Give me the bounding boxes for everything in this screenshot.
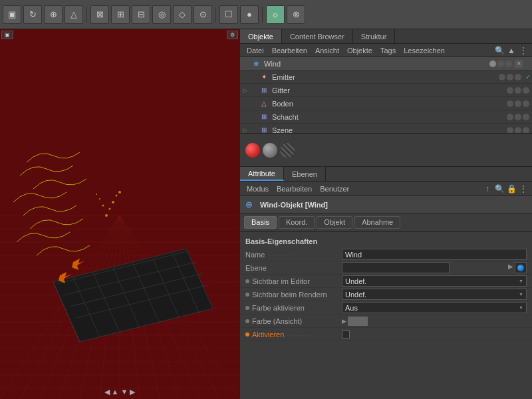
prop-farbe-ansicht-text: Farbe (Ansicht) [252,317,302,325]
dot-2 [497,61,504,67]
object-row-wind[interactable]: ⊕ Wind ✕ [240,57,532,70]
nav-down-btn[interactable]: ▼ [121,388,128,396]
object-row-emitter[interactable]: ✦ Emitter ✓ [240,70,532,84]
toolbar-icon-7[interactable]: ⊟ [132,5,150,24]
toolbar-icon-13[interactable]: ☼ [266,5,285,24]
sub-tab-objekt[interactable]: Objekt [317,216,352,229]
dot-2 [515,127,521,134]
prop-label-ebene: Ebene ............. [245,264,342,272]
nav-left-btn[interactable]: ◀ [104,388,110,396]
toolbar-icon-6[interactable]: ⊞ [111,5,130,24]
material-sphere-red[interactable] [245,143,260,158]
toolbar-icon-11[interactable]: ☐ [219,5,238,24]
dot-1 [507,127,513,134]
material-sphere-checker[interactable] [280,143,295,158]
separator-1 [86,7,87,23]
sub-tab-abnahme[interactable]: Abnahme [354,216,400,229]
toolbar-icon-8[interactable]: ◎ [152,5,171,24]
prop-value-farbe-aktivieren: Aus [342,302,527,313]
toolbar-icon-12[interactable]: ● [240,5,259,24]
dot-sichtbar-editor [245,279,249,283]
viewport-menu-btn[interactable]: ▣ [1,31,13,39]
tab-ebenen[interactable]: Ebenen [284,167,326,181]
attr-lock-icon[interactable]: 🔒 [505,183,517,195]
dot-1 [499,74,505,80]
viewport-3d[interactable]: ↖ ▣ ⚙ ◀ ▲ ▼ ▶ [0,29,239,399]
object-controls-gitter [507,87,529,94]
sub-tab-basis[interactable]: Basis [244,216,277,229]
nav-up-btn[interactable]: ▲ [112,388,119,396]
attr-benutzer[interactable]: Benutzer [316,184,353,194]
prop-dropdown-sichtbar-editor[interactable]: Undef. [342,275,527,287]
prop-label-farbe-aktivieren: Farbe aktivieren [245,304,342,312]
object-name-emitter: Emitter [272,73,499,81]
menu-lesezeichen[interactable]: Lesezeichen [400,46,449,55]
attr-search-icon[interactable]: 🔍 [493,183,505,195]
expand-icon: ▷ [243,87,251,94]
prop-input-name[interactable] [342,249,527,260]
prop-label-sichtbar-editor: Sichtbar im Editor [245,277,342,285]
toolbar-icon-3[interactable]: ⊕ [44,5,63,24]
prop-row-sichtbar-rendern: Sichtbar beim Rendern Undef. [240,288,532,301]
menu-ansicht[interactable]: Ansicht [311,46,343,55]
prop-input-ebene[interactable] [342,262,450,273]
prop-dropdown-farbe-aktivieren[interactable]: Aus [342,302,527,313]
tab-content-browser[interactable]: Content Browser [282,29,353,43]
aktivieren-checkbox[interactable] [342,331,350,338]
emitter-object-icon: ✦ [259,72,269,82]
object-row-schacht[interactable]: ⊞ Schacht [240,110,532,124]
dot-3 [505,61,512,67]
object-close-btn-wind[interactable]: ✕ [515,60,523,68]
object-check-emitter: ✓ [524,73,532,81]
nav-right-btn[interactable]: ▶ [130,388,135,396]
dot-farbe-ansicht [245,319,249,323]
farbe-ansicht-color-swatch[interactable] [348,317,368,326]
dot-3 [523,87,529,94]
toolbar-icon-4[interactable]: △ [65,5,83,24]
dot-1 [489,61,496,67]
object-name-schacht: Schacht [272,113,507,121]
tab-objekte[interactable]: Objekte [240,29,282,43]
dot-aktivieren [245,332,249,336]
attr-modus[interactable]: Modus [243,184,273,194]
sub-tab-bar: Basis Koord. Objekt Abnahme [240,213,532,232]
prop-label-sichtbar-rendern: Sichtbar beim Rendern [245,291,342,299]
object-row-boden[interactable]: △ Boden [240,97,532,110]
ebene-arrow-btn[interactable]: ▶ [508,263,513,270]
wind-header-icon: ⊕ [245,200,256,210]
object-controls-szene [507,127,529,134]
attribute-toolbar: Modus Bearbeiten Benutzer ↑ 🔍 🔒 ⋮ [240,182,532,196]
dot-3 [523,127,529,134]
sub-tab-koord[interactable]: Koord. [279,216,315,229]
attr-arrow-icon[interactable]: ↑ [481,183,493,195]
viewport-settings-btn[interactable]: ⚙ [227,31,238,39]
viewport-grid: ↖ [0,29,239,399]
tab-attribute[interactable]: Attribute [240,167,284,181]
material-sphere-gray[interactable] [263,143,277,158]
toolbar-icon-2[interactable]: ↻ [23,5,42,24]
menu-datei[interactable]: Datei [243,46,268,55]
toolbar-icon-10[interactable]: ⊙ [194,5,212,24]
attr-dots-icon[interactable]: ⋮ [517,183,529,195]
attr-bearbeiten[interactable]: Bearbeiten [273,184,316,194]
ebene-color-btn[interactable] [515,262,527,273]
toolbar-icon-5[interactable]: ⊠ [90,5,109,24]
object-row-szene[interactable]: ▷ ⊞ Szene [240,124,532,134]
menu-objekte[interactable]: Objekte [343,46,376,55]
object-controls-boden [507,100,529,107]
toolbar-icon-9[interactable]: ◇ [173,5,192,24]
wind-object-icon: ⊕ [251,59,261,69]
toolbar-icon-14[interactable]: ⊗ [287,5,305,24]
menu-bearbeiten[interactable]: Bearbeiten [268,46,311,55]
farbe-ansicht-arrow: ▶ [342,318,346,325]
prop-dropdown-sichtbar-rendern[interactable]: Undef. [342,289,527,300]
svg-point-44 [102,205,104,207]
wind-object-header: ⊕ Wind-Objekt [Wind] [240,196,532,213]
search-icon[interactable]: 🔍 [493,45,505,57]
menu-dots-icon[interactable]: ⋮ [517,45,529,57]
tab-struktur[interactable]: Struktur [353,29,396,43]
menu-tags[interactable]: Tags [376,46,400,55]
arrow-up-icon[interactable]: ▲ [505,45,517,57]
object-row-gitter[interactable]: ▷ ⊞ Gitter [240,84,532,97]
toolbar-icon-1[interactable]: ▣ [3,5,21,24]
